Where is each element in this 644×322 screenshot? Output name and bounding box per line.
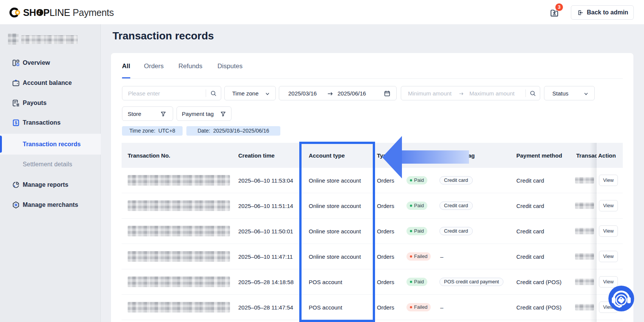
- svg-text:$: $: [15, 120, 17, 125]
